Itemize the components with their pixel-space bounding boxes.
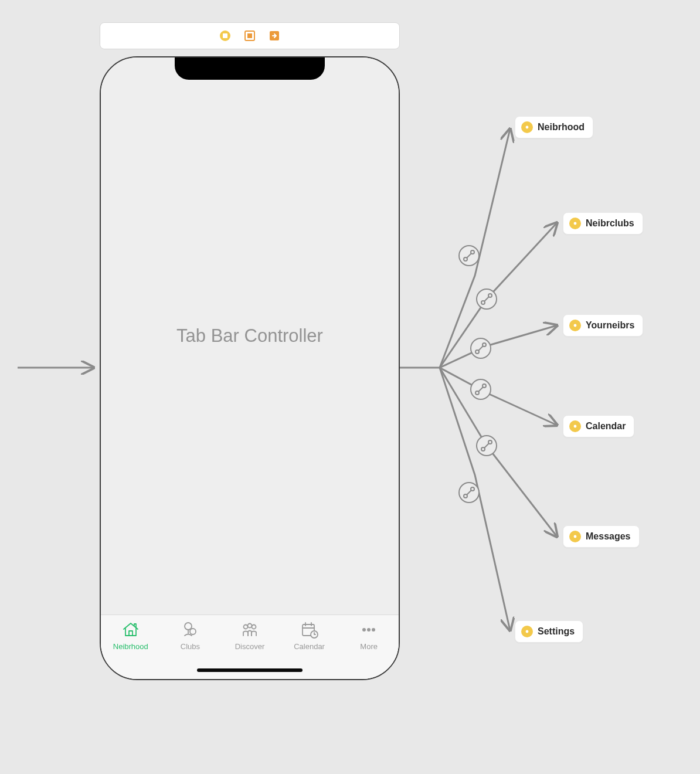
scene-toolbar[interactable] [100, 22, 400, 49]
svg-point-43 [367, 628, 371, 632]
svg-point-54 [574, 535, 577, 538]
phone-screen: Tab Bar Controller Neibrhood [101, 57, 399, 679]
svg-point-4 [464, 257, 467, 261]
destination-label: Settings [538, 626, 575, 637]
svg-point-25 [471, 487, 474, 491]
svg-point-50 [574, 324, 577, 327]
scene-icon-firstresponder[interactable] [244, 30, 256, 42]
destination-messages[interactable]: Messages [563, 525, 640, 548]
svg-point-34 [243, 625, 247, 629]
destination-yourneibrs[interactable]: Yourneibrs [563, 314, 643, 337]
tab-label: Calendar [294, 642, 325, 651]
svg-line-3 [465, 252, 473, 259]
calendar-icon [300, 620, 320, 640]
svg-point-52 [574, 425, 577, 428]
tab-more[interactable]: More [339, 620, 399, 679]
tab-label: Neibrhood [113, 642, 148, 651]
destination-calendar[interactable]: Calendar [563, 415, 634, 437]
svg-line-23 [465, 489, 473, 496]
tab-label: Clubs [181, 642, 200, 651]
svg-rect-29 [247, 33, 252, 38]
svg-point-33 [190, 629, 196, 634]
svg-point-10 [471, 338, 491, 358]
scene-icon-viewcontroller[interactable] [219, 30, 231, 42]
tab-bar: Neibrhood Clubs [101, 615, 399, 679]
svg-point-13 [482, 343, 486, 347]
svg-point-18 [477, 436, 497, 456]
svg-point-42 [362, 628, 366, 632]
destination-label: Calendar [586, 421, 626, 432]
svg-line-7 [483, 296, 490, 303]
tab-label: Discover [235, 642, 265, 651]
svg-point-12 [475, 350, 479, 354]
people-icon [240, 620, 260, 640]
clubs-icon [180, 620, 200, 640]
house-icon [121, 620, 141, 640]
scene-title: Tab Bar Controller [101, 57, 399, 615]
viewcontroller-icon [569, 218, 581, 229]
home-indicator [197, 668, 303, 672]
viewcontroller-icon [521, 626, 533, 637]
svg-rect-27 [223, 33, 227, 38]
svg-point-22 [459, 483, 479, 503]
svg-line-19 [483, 442, 490, 449]
svg-point-8 [481, 301, 485, 304]
phone-notch [175, 56, 325, 80]
viewcontroller-icon [569, 320, 581, 331]
svg-rect-31 [129, 631, 132, 636]
viewcontroller-icon [569, 420, 581, 432]
destination-neibrclubs[interactable]: Neibrclubs [563, 212, 643, 235]
svg-point-16 [475, 391, 479, 395]
svg-point-48 [574, 222, 577, 225]
svg-line-15 [477, 386, 484, 393]
svg-point-17 [482, 384, 486, 388]
svg-point-6 [477, 289, 497, 309]
svg-point-5 [471, 250, 474, 254]
svg-point-56 [526, 630, 529, 633]
phone-frame: Tab Bar Controller Neibrhood [100, 56, 400, 680]
svg-point-35 [247, 624, 252, 628]
svg-point-24 [464, 494, 467, 498]
tab-label: More [360, 642, 378, 651]
destination-label: Neibrclubs [586, 218, 634, 229]
scene-icon-exit[interactable] [269, 30, 280, 42]
svg-point-14 [471, 379, 491, 399]
svg-line-11 [477, 345, 484, 352]
svg-point-44 [372, 628, 375, 632]
svg-point-32 [185, 623, 192, 630]
svg-point-36 [252, 625, 256, 629]
destination-label: Neibrhood [538, 122, 585, 133]
more-icon [359, 620, 379, 640]
svg-point-46 [526, 126, 529, 129]
svg-point-21 [488, 440, 492, 444]
viewcontroller-icon [569, 531, 581, 542]
viewcontroller-icon [521, 121, 533, 133]
destination-neibrhood[interactable]: Neibrhood [515, 116, 593, 138]
destination-label: Messages [586, 531, 631, 542]
destination-settings[interactable]: Settings [515, 620, 583, 643]
svg-point-9 [488, 294, 492, 297]
svg-point-20 [481, 447, 485, 451]
destination-label: Yourneibrs [586, 320, 634, 331]
tab-neibrhood[interactable]: Neibrhood [101, 620, 161, 679]
svg-point-2 [459, 246, 479, 266]
